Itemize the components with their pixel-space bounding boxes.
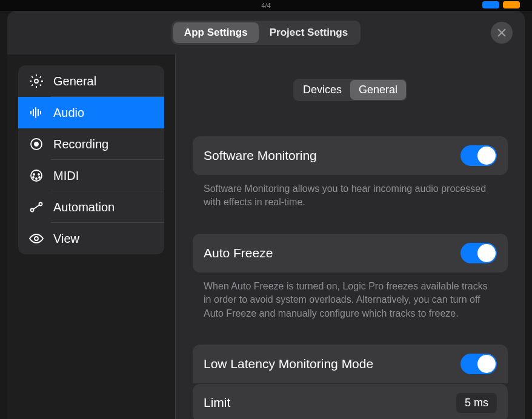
svg-point-17 xyxy=(39,203,42,206)
sidebar-item-label: Automation xyxy=(53,200,115,214)
low-latency-toggle[interactable] xyxy=(461,354,497,374)
sub-tab-devices[interactable]: Devices xyxy=(294,80,350,100)
eye-icon xyxy=(29,231,44,246)
svg-point-2 xyxy=(35,79,38,83)
modal-header: App Settings Project Settings xyxy=(7,11,525,54)
sidebar-item-recording[interactable]: Recording xyxy=(18,128,164,160)
tab-app-settings[interactable]: App Settings xyxy=(173,22,259,43)
setting-title: Auto Freeze xyxy=(204,246,273,260)
setting-auto-freeze: Auto Freeze When Auto Freeze is turned o… xyxy=(193,234,508,320)
sidebar-item-automation[interactable]: Automation xyxy=(18,191,164,223)
settings-scope-tabs: App Settings Project Settings xyxy=(171,21,361,45)
time-signature: 4/4 xyxy=(261,2,270,9)
sidebar-item-label: View xyxy=(53,232,79,246)
svg-line-18 xyxy=(33,205,39,210)
svg-point-13 xyxy=(33,177,34,178)
audio-waveform-icon xyxy=(29,105,44,120)
close-icon xyxy=(496,27,507,38)
setting-low-latency: Low Latency Monitoring Mode Limit 5 ms W… xyxy=(193,345,508,419)
modal-body: General Audio xyxy=(7,54,525,419)
sidebar-item-view[interactable]: View xyxy=(18,223,164,254)
sidebar-item-label: Recording xyxy=(53,137,108,151)
sub-tab-general[interactable]: General xyxy=(350,80,406,100)
setting-row: Auto Freeze xyxy=(193,234,508,272)
setting-row: Limit 5 ms xyxy=(193,384,508,419)
setting-software-monitoring: Software Monitoring Software Monitoring … xyxy=(193,136,508,210)
setting-description: Software Monitoring allows you to hear i… xyxy=(193,175,508,210)
gear-icon xyxy=(29,74,44,88)
toolbar-chip xyxy=(503,1,520,8)
toolbar-chip xyxy=(482,1,499,8)
software-monitoring-toggle[interactable] xyxy=(461,145,497,166)
tab-project-settings[interactable]: Project Settings xyxy=(259,22,359,43)
setting-row: Low Latency Monitoring Mode xyxy=(193,345,508,383)
sidebar-item-audio[interactable]: Audio xyxy=(18,97,164,128)
svg-point-14 xyxy=(39,177,40,178)
setting-row: Software Monitoring xyxy=(193,136,508,175)
setting-title: Software Monitoring xyxy=(204,148,317,163)
svg-point-19 xyxy=(35,237,38,240)
sidebar-list: General Audio xyxy=(18,65,164,254)
svg-point-11 xyxy=(33,174,35,175)
sidebar-item-label: MIDI xyxy=(53,169,79,183)
svg-point-16 xyxy=(31,209,34,212)
setting-title: Low Latency Monitoring Mode xyxy=(204,357,373,371)
svg-point-15 xyxy=(36,178,37,179)
settings-sidebar: General Audio xyxy=(7,54,176,419)
svg-point-12 xyxy=(38,174,39,175)
audio-sub-tabs: Devices General xyxy=(193,79,508,101)
sidebar-item-label: General xyxy=(53,74,96,88)
sidebar-item-general[interactable]: General xyxy=(18,65,164,97)
svg-point-9 xyxy=(35,142,38,146)
app-toolbar: 4/4 xyxy=(0,0,532,11)
limit-value-field[interactable]: 5 ms xyxy=(456,393,497,413)
limit-label: Limit xyxy=(204,395,230,410)
automation-icon xyxy=(29,200,44,214)
auto-freeze-toggle[interactable] xyxy=(461,243,497,263)
record-icon xyxy=(29,137,44,151)
settings-content: Devices General Software Monitoring Soft… xyxy=(176,54,525,419)
midi-icon xyxy=(29,168,44,183)
sidebar-item-label: Audio xyxy=(53,106,84,120)
close-button[interactable] xyxy=(491,22,513,44)
setting-description: When Auto Freeze is turned on, Logic Pro… xyxy=(193,272,508,320)
settings-modal: App Settings Project Settings General xyxy=(7,11,525,419)
sidebar-item-midi[interactable]: MIDI xyxy=(18,160,164,191)
